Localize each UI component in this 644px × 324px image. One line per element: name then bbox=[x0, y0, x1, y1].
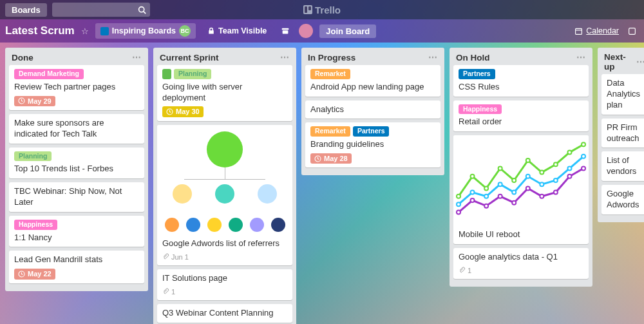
card-labels: Planning bbox=[14, 151, 139, 162]
inspiring-boards-chip[interactable]: Inspiring Boards BC bbox=[95, 23, 196, 39]
star-icon[interactable]: ☆ bbox=[81, 26, 89, 36]
card-title: List of vendors bbox=[607, 155, 643, 177]
list-menu-icon[interactable]: ⋯ bbox=[132, 52, 142, 62]
svg-point-35 bbox=[512, 201, 516, 205]
svg-point-20 bbox=[582, 142, 585, 146]
global-topbar: Boards Trello bbox=[0, 0, 644, 19]
visibility-chip[interactable]: Team Visible bbox=[202, 24, 272, 37]
user-avatar[interactable] bbox=[299, 24, 313, 38]
card-title: Review Tech partner pages bbox=[14, 82, 139, 93]
list-menu-icon[interactable]: ⋯ bbox=[280, 52, 290, 62]
card[interactable]: Happiness1:1 Nancy bbox=[9, 216, 144, 247]
card[interactable]: Q3 Webinar Content Planning bbox=[157, 304, 292, 323]
card-title: Mobile UI reboot bbox=[459, 229, 583, 240]
due-badge[interactable]: May 28 bbox=[310, 153, 352, 164]
join-board-button[interactable]: Join Board bbox=[319, 24, 376, 38]
card[interactable]: IT Solutions page1 bbox=[157, 269, 292, 300]
archive-icon[interactable] bbox=[278, 24, 292, 37]
list-cards: PlanningGoing live with server deploymen… bbox=[153, 65, 296, 324]
list-title[interactable]: On Hold bbox=[456, 53, 490, 62]
list-cards: RemarketAndroid App new landing pageAnal… bbox=[301, 65, 444, 175]
card[interactable]: Data Analytics plan bbox=[601, 74, 644, 115]
label[interactable] bbox=[162, 69, 171, 79]
list-menu-icon[interactable]: ⋯ bbox=[576, 52, 586, 62]
card-title: TBC Webinar: Ship Now, Not Later bbox=[14, 186, 139, 208]
card-title: PR Firm outreach bbox=[607, 122, 643, 144]
due-badge[interactable]: May 30 bbox=[162, 106, 204, 117]
card[interactable]: Google analytics data - Q11 bbox=[453, 248, 589, 279]
svg-point-40 bbox=[582, 166, 585, 170]
card[interactable]: PlanningGoing live with server deploymen… bbox=[157, 65, 292, 121]
calendar-button[interactable]: Calendar bbox=[574, 26, 619, 35]
trello-logo[interactable]: Trello bbox=[303, 5, 341, 15]
card[interactable]: RemarketPartnersBranding guidelinesMay 2… bbox=[305, 122, 440, 167]
list[interactable]: On Hold ⋯ PartnersCSS RulesHappinessReta… bbox=[450, 48, 592, 287]
list-menu-icon[interactable]: ⋯ bbox=[636, 57, 644, 67]
svg-point-36 bbox=[526, 186, 530, 190]
svg-point-31 bbox=[457, 211, 460, 214]
card[interactable]: RemarketAndroid App new landing page bbox=[305, 65, 440, 97]
label[interactable]: Demand Marketing bbox=[14, 69, 84, 79]
label[interactable]: Planning bbox=[14, 151, 52, 162]
card[interactable]: TBC Webinar: Ship Now, Not Later bbox=[9, 182, 144, 212]
search-icon bbox=[138, 6, 146, 14]
card[interactable]: Demand MarketingReview Tech partner page… bbox=[9, 65, 144, 110]
list[interactable]: Current Sprint ⋯ PlanningGoing live with… bbox=[153, 48, 296, 324]
card[interactable]: PlanningTop 10 Trends list - Forbes bbox=[9, 148, 144, 179]
card[interactable]: Mobile UI reboot bbox=[453, 135, 589, 244]
svg-point-11 bbox=[457, 195, 460, 198]
power-up-icon[interactable] bbox=[625, 25, 639, 37]
card[interactable]: Google Adwords list of referrersJun 1 bbox=[157, 125, 292, 265]
svg-point-32 bbox=[471, 198, 475, 202]
label[interactable]: Partners bbox=[353, 126, 390, 137]
card-title: Android App new landing page bbox=[310, 82, 435, 93]
card-title: Q3 Webinar Content Planning bbox=[162, 308, 287, 319]
board-name[interactable]: Latest Scrum bbox=[5, 24, 75, 37]
card[interactable]: HappinessRetail order bbox=[453, 100, 589, 132]
label[interactable]: Happiness bbox=[459, 104, 502, 115]
card[interactable]: Google Adwords bbox=[601, 185, 644, 214]
card-title: Make sure sponsors are indicated for Tec… bbox=[14, 118, 139, 140]
due-badge[interactable]: May 29 bbox=[14, 96, 55, 106]
card[interactable]: List of vendors bbox=[601, 151, 644, 181]
list[interactable]: Done ⋯ Demand MarketingReview Tech partn… bbox=[5, 48, 148, 291]
list[interactable]: Next-up ⋯ Data Analytics planPR Firm out… bbox=[598, 48, 644, 222]
label[interactable]: Remarket bbox=[310, 126, 350, 137]
label[interactable]: Planning bbox=[174, 69, 211, 79]
card[interactable]: Analytics bbox=[305, 100, 440, 119]
card[interactable]: PR Firm outreach bbox=[601, 119, 644, 148]
due-badge[interactable]: May 22 bbox=[14, 269, 55, 279]
label[interactable]: Partners bbox=[459, 69, 495, 79]
card[interactable]: Make sure sponsors are indicated for Tec… bbox=[9, 114, 144, 144]
card-title: 1:1 Nancy bbox=[14, 233, 139, 243]
list-menu-icon[interactable]: ⋯ bbox=[428, 52, 438, 62]
card-cover-image bbox=[157, 125, 292, 234]
svg-point-34 bbox=[498, 195, 502, 198]
svg-point-19 bbox=[567, 151, 571, 155]
list-title[interactable]: Current Sprint bbox=[160, 53, 219, 62]
svg-point-30 bbox=[582, 155, 585, 158]
list-title[interactable]: Next-up bbox=[604, 52, 636, 71]
boards-button[interactable]: Boards bbox=[5, 3, 47, 17]
card[interactable]: PartnersCSS Rules bbox=[453, 65, 589, 97]
card-badges: May 28 bbox=[310, 153, 435, 164]
search-input[interactable] bbox=[52, 3, 150, 17]
card[interactable]: Lead Gen Mandrill statsMay 22 bbox=[9, 251, 144, 283]
attachment-badge: 1 bbox=[459, 266, 471, 275]
card-cover-chart bbox=[453, 135, 589, 225]
list-title[interactable]: Done bbox=[12, 53, 33, 62]
label[interactable]: Happiness bbox=[14, 220, 57, 230]
list-title[interactable]: In Progress bbox=[308, 53, 355, 62]
card-title: IT Solutions page bbox=[162, 273, 287, 284]
svg-point-14 bbox=[498, 166, 502, 170]
label[interactable]: Remarket bbox=[310, 69, 350, 79]
card-title: Lead Gen Mandrill stats bbox=[14, 254, 139, 265]
svg-point-29 bbox=[567, 166, 571, 170]
trello-logo-icon bbox=[303, 5, 312, 14]
list[interactable]: In Progress ⋯ RemarketAndroid App new la… bbox=[301, 48, 444, 175]
member-avatar[interactable]: BC bbox=[179, 25, 191, 37]
inspiring-boards-label: Inspiring Boards bbox=[112, 26, 176, 35]
board-canvas[interactable]: Done ⋯ Demand MarketingReview Tech partn… bbox=[0, 43, 644, 324]
list-cards: Data Analytics planPR Firm outreachList … bbox=[598, 74, 644, 222]
card-labels: Remarket bbox=[310, 69, 435, 79]
